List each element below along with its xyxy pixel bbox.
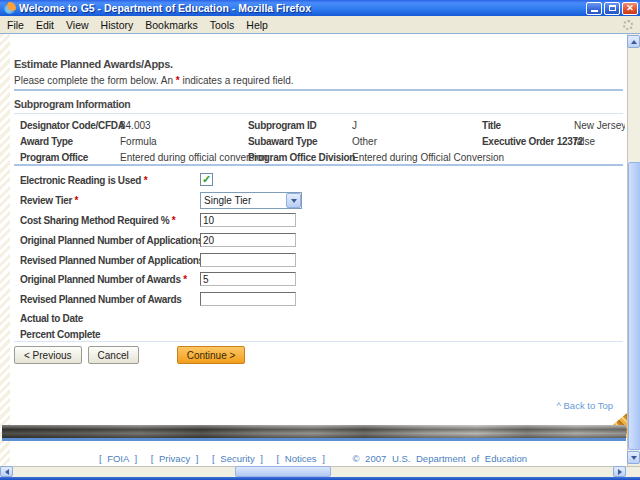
cancel-button[interactable]: Cancel — [88, 346, 139, 364]
info-label: Program Office — [20, 152, 88, 163]
privacy-link[interactable]: [ Privacy ] — [151, 453, 199, 464]
scroll-left-icon — [5, 469, 9, 475]
review-tier-select[interactable]: Single Tier — [200, 192, 302, 209]
info-label: Subprogram ID — [248, 120, 316, 131]
button-row-divider — [14, 341, 623, 342]
scroll-down-icon — [631, 456, 637, 460]
info-value: Entered during Official Conversion — [352, 152, 504, 163]
minimize-icon — [591, 10, 598, 12]
menu-history[interactable]: History — [101, 19, 134, 31]
window-controls: ✕ — [586, 2, 638, 15]
revised-planned-applications-input[interactable] — [200, 253, 296, 267]
activity-throbber-icon — [623, 20, 633, 30]
info-label: Designator Code/CFDA — [20, 120, 125, 131]
info-label: Program Office Division — [248, 152, 355, 163]
info-label: Title — [482, 120, 501, 131]
dropdown-button[interactable] — [286, 193, 301, 208]
cost-sharing-input[interactable] — [200, 213, 296, 227]
info-table-top-line — [14, 113, 623, 114]
info-value: J — [352, 120, 357, 131]
close-icon: ✕ — [626, 3, 634, 13]
photo-banner-strip — [2, 425, 626, 438]
revised-planned-awards-input[interactable] — [200, 292, 296, 306]
section-title: Subprogram Information — [14, 98, 130, 110]
menu-edit[interactable]: Edit — [36, 19, 54, 31]
scroll-down-button[interactable] — [627, 451, 640, 464]
field-label-actual-to-date: Actual to Date — [20, 313, 83, 324]
horizontal-scroll-thumb[interactable] — [235, 466, 331, 477]
continue-button[interactable]: Continue > — [177, 346, 246, 364]
info-label: Subaward Type — [248, 136, 317, 147]
page-footer: [ FOIA ] [ Privacy ] [ Security ] [ Noti… — [0, 453, 626, 464]
vertical-scroll-thumb[interactable] — [628, 162, 640, 450]
field-label-electronic-reading: Electronic Reading is Used * — [20, 175, 147, 186]
scroll-up-icon — [631, 40, 637, 44]
original-planned-applications-input[interactable] — [200, 233, 296, 247]
chevron-down-icon — [291, 199, 297, 203]
vertical-scrollbar[interactable] — [627, 34, 640, 466]
notices-link[interactable]: [ Notices ] — [277, 453, 325, 464]
firefox-window: Welcome to G5 - Department of Education … — [0, 0, 640, 480]
browser-viewport: Estimate Planned Awards/Apps. Please com… — [0, 33, 640, 466]
copyright-text: © 2007 U.S. Department of Education — [352, 453, 527, 464]
form-instructions: Please complete the form below. An * ind… — [14, 75, 294, 86]
section-divider — [14, 164, 623, 166]
banner-blue-line — [2, 438, 626, 441]
field-label-percent-complete: Percent Complete — [20, 329, 100, 340]
info-value: New Jersey S — [574, 120, 625, 131]
page-left-texture — [0, 34, 10, 466]
window-titlebar[interactable]: Welcome to G5 - Department of Education … — [0, 0, 640, 16]
field-label-cost-sharing: Cost Sharing Method Required % * — [20, 215, 175, 226]
info-value: 84.003 — [120, 120, 151, 131]
field-label-review-tier: Review Tier * — [20, 195, 78, 206]
info-label: Executive Order 12372 — [482, 136, 583, 147]
foia-link[interactable]: [ FOIA ] — [99, 453, 137, 464]
close-button[interactable]: ✕ — [622, 2, 638, 15]
info-value: Formula — [120, 136, 157, 147]
field-label-orig-apps: Original Planned Number of Applications … — [20, 235, 209, 246]
checkmark-icon: ✓ — [202, 174, 211, 185]
scroll-left-button[interactable] — [0, 466, 13, 477]
field-label-rev-awards: Revised Planned Number of Awards — [20, 294, 182, 305]
firefox-logo-icon — [4, 2, 16, 14]
form-button-row: < Previous Cancel Continue > — [14, 346, 245, 364]
menu-bookmarks[interactable]: Bookmarks — [145, 19, 198, 31]
horizontal-scrollbar[interactable] — [0, 466, 640, 477]
scroll-right-button[interactable] — [613, 466, 626, 477]
info-value: Entered during official conversion — [120, 152, 268, 163]
info-label: Award Type — [20, 136, 73, 147]
previous-button[interactable]: < Previous — [14, 346, 82, 364]
restore-icon — [609, 5, 616, 11]
electronic-reading-checkbox[interactable]: ✓ — [200, 173, 213, 186]
menu-bar: File Edit View History Bookmarks Tools H… — [0, 16, 640, 33]
section-divider — [14, 89, 623, 91]
original-planned-awards-input[interactable] — [200, 272, 296, 286]
restore-button[interactable] — [604, 2, 620, 15]
field-label-rev-apps: Revised Planned Number of Applications — [20, 255, 204, 266]
minimize-button[interactable] — [586, 2, 602, 15]
info-value: false — [574, 136, 595, 147]
scroll-up-button[interactable] — [627, 35, 640, 48]
security-link[interactable]: [ Security ] — [212, 453, 263, 464]
scroll-right-icon — [618, 469, 622, 475]
menu-file[interactable]: File — [7, 19, 24, 31]
review-tier-selected-value: Single Tier — [201, 195, 286, 206]
menu-tools[interactable]: Tools — [210, 19, 235, 31]
menu-help[interactable]: Help — [246, 19, 268, 31]
menu-view[interactable]: View — [66, 19, 89, 31]
page-title: Estimate Planned Awards/Apps. — [14, 58, 173, 70]
back-to-top-link[interactable]: ^ Back to Top — [556, 400, 613, 411]
field-label-orig-awards: Original Planned Number of Awards * — [20, 274, 187, 285]
info-value: Other — [352, 136, 377, 147]
window-title: Welcome to G5 - Department of Education … — [19, 2, 586, 14]
